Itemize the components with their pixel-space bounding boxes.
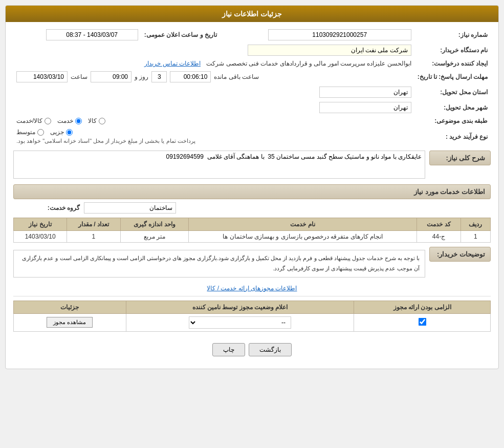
khadamat-section-title: اطلاعات خدمات مورد نیاز	[13, 184, 491, 199]
col-tedad: تعداد / مقدار	[67, 218, 120, 231]
sharh-section-title: شرح کلی نیاز:	[429, 151, 491, 165]
back-button[interactable]: بازگشت	[249, 343, 292, 356]
shomare-niaz-label: شماره نیاز:	[414, 27, 491, 42]
radio-kala-khadamat-text: کالا/خدمت	[16, 117, 42, 124]
mojavez-section-title: اطلاعات مجوزهای ارائه خدمت / کالا	[13, 285, 491, 292]
cell-tedad: 1	[67, 231, 120, 243]
separator	[13, 296, 491, 296]
ijad-label: ایجاد کننده درخواست:	[414, 58, 491, 69]
radio-khadamat[interactable]	[75, 118, 82, 124]
nam-dastgah-label: نام دستگاه خریدار:	[414, 42, 491, 58]
notes-section-title: توضیحات خریدار:	[429, 247, 491, 262]
cell-tarikh: 1403/03/10	[14, 231, 67, 243]
radio-kala-khadamat-label[interactable]: کالا/خدمت	[16, 117, 51, 124]
page-header: جزئیات اطلاعات نیاز	[6, 6, 498, 22]
sharh-content	[13, 151, 425, 180]
mohlat-rooz-input[interactable]	[151, 71, 167, 82]
permits-checkbox[interactable]	[418, 317, 426, 326]
mohlat-date-input[interactable]	[16, 71, 68, 82]
ijad-text: ابوالحسن علیزاده سرپرست امور مالی و قرار…	[206, 60, 411, 67]
ostan-value	[13, 84, 414, 100]
ijad-value: ابوالحسن علیزاده سرپرست امور مالی و قرار…	[13, 58, 414, 69]
info-table: شماره نیاز: تاریخ و ساعت اعلان عمومی: نا…	[13, 27, 491, 146]
saat-label: ساعت	[71, 73, 87, 80]
shomare-niaz-value	[220, 27, 414, 42]
radio-kala-khadamat[interactable]	[45, 118, 51, 124]
content-area: شماره نیاز: تاریخ و ساعت اعلان عمومی: نا…	[6, 22, 498, 369]
permits-joziat-cell: مشاهده مجوز	[14, 313, 126, 331]
naoe-row: متوسط جزیی پرداخت تمام یا بخشی از مبلغ خ…	[13, 126, 414, 146]
tabaghebandi-radio: کالا/خدمت خدمت کالا	[13, 115, 414, 126]
shahr-label: شهر محل تحویل:	[414, 100, 491, 115]
shahr-value	[13, 100, 414, 115]
mohlat-baqi-input[interactable]	[170, 71, 211, 82]
tabaghebandi-label: طبقه بندی موضوعی:	[414, 115, 491, 126]
permits-table: الزامی بودن ارائه مجوز اعلام وضعیت مجوز …	[13, 301, 491, 332]
mohlat-label: مهلت ارسال پاسخ: تا تاریخ:	[414, 69, 491, 84]
col-tarikh: تاریخ نیاز	[14, 218, 67, 231]
radio-khadamat-label[interactable]: خدمت	[57, 117, 82, 124]
page-container: جزئیات اطلاعات نیاز شماره نیاز: تاریخ و …	[0, 0, 504, 448]
nam-dastgah-input[interactable]	[248, 45, 411, 56]
radio-motevaset-text: متوسط	[16, 129, 35, 136]
cell-nam: انجام کارهای متفرقه درخصوص بازسازی و بهس…	[189, 231, 417, 243]
col-radif: ردیف	[461, 218, 490, 231]
mojavez-title-link[interactable]: اطلاعات مجوزهای ارائه خدمت / کالا	[207, 285, 297, 292]
view-permit-button[interactable]: مشاهده مجوز	[47, 317, 93, 328]
footer-buttons: بازگشت چاپ	[13, 336, 491, 364]
main-box: جزئیات اطلاعات نیاز شماره نیاز: تاریخ و …	[5, 5, 499, 369]
farayand-radio-group: متوسط جزیی	[16, 129, 73, 136]
permits-elzami-cell	[354, 313, 491, 331]
print-button[interactable]: چاپ	[212, 343, 245, 356]
permits-col-joziat: جزئیات	[14, 301, 126, 313]
permits-row: -- مشاهده مجوز	[14, 313, 491, 331]
col-kod: کد خدمت	[417, 218, 461, 231]
col-vahed: واحد اندازه گیری	[120, 218, 189, 231]
cell-vahed: متر مربع	[120, 231, 189, 243]
radio-motevaset[interactable]	[37, 129, 44, 136]
tarikh-value	[13, 27, 141, 42]
notes-content: با توجه به شرح خدمات جدول پیشنهاد قطعی و…	[13, 250, 425, 278]
ostan-input[interactable]	[319, 87, 411, 98]
radio-description: پرداخت تمام یا بخشی از مبلغ خریدار از مح…	[16, 138, 195, 144]
radio-kala-text: کالا	[88, 117, 97, 124]
radio-jozee-label[interactable]: جزیی	[50, 129, 73, 136]
group-khadamat-input[interactable]	[84, 202, 176, 214]
ettelaat-link[interactable]: اطلاعات تماس خریدار	[144, 60, 201, 67]
group-khadamat-row: گروه خدمت:	[13, 202, 491, 214]
radio-kala[interactable]	[99, 118, 105, 124]
mohlat-time-input[interactable]	[91, 71, 132, 82]
radio-motevaset-label[interactable]: متوسط	[16, 129, 44, 136]
radio-kala-label[interactable]: کالا	[88, 117, 105, 124]
services-table: ردیف کد خدمت نام خدمت واحد اندازه گیری ت…	[13, 218, 491, 243]
classification-radio-group: کالا/خدمت خدمت کالا	[16, 117, 411, 124]
permits-status-cell: --	[126, 313, 354, 331]
tarikh-label: تاریخ و ساعت اعلان عمومی:	[141, 27, 220, 42]
radio-khadamat-text: خدمت	[57, 117, 73, 124]
permits-status-select[interactable]: --	[189, 316, 291, 329]
radio-jozee[interactable]	[66, 129, 73, 136]
table-row: 1 ج-44 انجام کارهای متفرقه درخصوص بازساز…	[14, 231, 491, 243]
tarikh-input[interactable]	[46, 29, 138, 40]
baqi-label: ساعت باقی مانده	[214, 73, 259, 80]
permits-col-elzami: الزامی بودن ارائه مجوز	[354, 301, 491, 313]
sharh-row: شرح کلی نیاز:	[13, 151, 491, 180]
cell-kod: ج-44	[417, 231, 461, 243]
ostan-label: استان محل تحویل:	[414, 84, 491, 100]
naoe-label: نوع فرآیند خرید :	[414, 126, 491, 146]
permits-col-status: اعلام وضعیت مجوز توسط نامین کننده	[126, 301, 354, 313]
page-title: جزئیات اطلاعات نیاز	[222, 10, 282, 18]
sharh-textarea[interactable]	[13, 151, 425, 179]
rooz-label: روز و	[135, 73, 148, 80]
col-nam: نام خدمت	[189, 218, 417, 231]
cell-radif: 1	[461, 231, 490, 243]
radio-jozee-text: جزیی	[50, 129, 64, 136]
group-khadamat-label: گروه خدمت:	[13, 204, 80, 211]
shahr-input[interactable]	[319, 102, 411, 113]
shomare-niaz-input[interactable]	[268, 29, 411, 40]
mohlat-row: ساعت روز و ساعت باقی مانده	[13, 69, 414, 84]
notes-row: توضیحات خریدار: با توجه به شرح خدمات جدو…	[13, 247, 491, 281]
nam-dastgah-value	[13, 42, 414, 58]
